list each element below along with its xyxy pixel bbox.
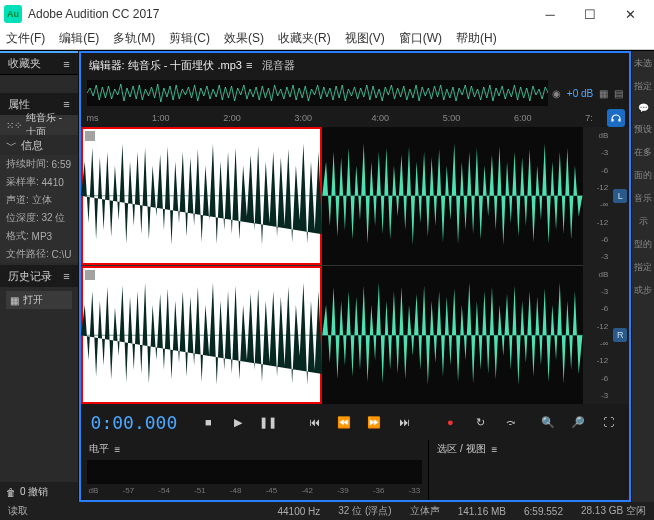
tick: 6:00: [514, 113, 532, 123]
tick: 7:: [585, 113, 593, 123]
overview-waveform[interactable]: [87, 80, 548, 106]
menu-view[interactable]: 视图(V): [345, 30, 385, 47]
menu-effects[interactable]: 效果(S): [224, 30, 264, 47]
zoom-full-button[interactable]: ⛶: [597, 412, 619, 432]
history-item-label: 打开: [23, 293, 43, 307]
editor-tab-label: 编辑器: 纯音乐 - 十面埋伏 .mp3: [89, 58, 242, 73]
level-meter[interactable]: [87, 460, 423, 484]
properties-label: 属性: [8, 97, 30, 112]
tick: 1:00: [152, 113, 170, 123]
undo-footer: 🗑 0 撤销: [0, 482, 78, 502]
right-item: 面的: [634, 169, 652, 182]
status-bar: 读取 44100 Hz 32 位 (浮点) 立体声 141.16 MB 6:59…: [0, 502, 654, 520]
right-item[interactable]: 指定: [634, 80, 652, 93]
status-disk: 28.13 GB 空闲: [581, 504, 646, 518]
history-label: 历史记录: [8, 269, 52, 284]
status-duration: 6:59.552: [524, 506, 563, 517]
info-bitdepth: 位深度: 32 位: [0, 209, 78, 227]
pitch-toggle-icon[interactable]: ▤: [614, 88, 623, 99]
menu-multitrack[interactable]: 多轨(M): [113, 30, 155, 47]
editor-tab[interactable]: 编辑器: 纯音乐 - 十面埋伏 .mp3 ≡: [89, 58, 253, 73]
menu-clip[interactable]: 剪辑(C): [169, 30, 210, 47]
history-item-open[interactable]: ▦ 打开: [6, 291, 72, 309]
waveform-left-channel[interactable]: [81, 127, 584, 266]
left-channel-button[interactable]: L: [613, 189, 627, 203]
mixer-tab[interactable]: 混音器: [262, 58, 295, 73]
play-button[interactable]: ▶: [227, 412, 249, 432]
minimize-button[interactable]: ─: [530, 0, 570, 28]
zoom-out-button[interactable]: 🔎: [567, 412, 589, 432]
waveform-icon: ⁙⁘: [6, 120, 22, 131]
gain-value[interactable]: +0 dB: [567, 88, 593, 99]
window-titlebar: Au Adobe Audition CC 2017 ─ ☐ ✕: [0, 0, 654, 28]
favorites-label: 收藏夹: [8, 56, 41, 71]
level-scale: dB-57-54-51-48-45-42-39-36-33: [81, 486, 429, 500]
close-button[interactable]: ✕: [610, 0, 650, 28]
left-sidebar: 收藏夹 ≡ 属性 ≡ ⁙⁘ 纯音乐 - 十面 ﹀ 信息 持续时间: 6:59 采…: [0, 51, 79, 502]
tick: 5:00: [443, 113, 461, 123]
favorites-panel-tab[interactable]: 收藏夹 ≡: [0, 51, 78, 75]
info-samplerate: 采样率: 4410: [0, 173, 78, 191]
goto-end-button[interactable]: ⏭: [393, 412, 415, 432]
mixer-tab-label: 混音器: [262, 58, 295, 73]
track-name-row: ⁙⁘ 纯音乐 - 十面: [0, 115, 78, 135]
tick: 3:00: [295, 113, 313, 123]
chevron-down-icon: ﹀: [6, 138, 17, 153]
headphone-icon[interactable]: [607, 109, 625, 127]
right-item[interactable]: 预设: [634, 123, 652, 136]
rewind-button[interactable]: ⏪: [333, 412, 355, 432]
spectral-toggle-icon[interactable]: ▦: [599, 88, 608, 99]
right-item: 音乐: [634, 192, 652, 205]
app-icon: Au: [4, 5, 22, 23]
info-duration: 持续时间: 6:59: [0, 155, 78, 173]
skip-selection-button[interactable]: ⤼: [499, 412, 521, 432]
db-scale: dB-3-6-12-∞-12-6-3 dB-3-6-12-∞-12-6-3: [583, 127, 611, 404]
right-item: 示: [639, 215, 648, 228]
undo-count-label: 0 撤销: [20, 485, 48, 499]
time-unit: ms: [87, 113, 99, 123]
status-bitdepth: 32 位 (浮点): [338, 504, 391, 518]
time-ruler[interactable]: ms 1:00 2:00 3:00 4:00 5:00 6:00 7:: [81, 109, 630, 127]
document-icon: ▦: [10, 295, 19, 306]
status-samplerate: 44100 Hz: [278, 506, 321, 517]
tick: 2:00: [223, 113, 241, 123]
menu-edit[interactable]: 编辑(E): [59, 30, 99, 47]
tab-menu-icon[interactable]: ≡: [246, 59, 252, 71]
menu-favorites[interactable]: 收藏夹(R): [278, 30, 331, 47]
maximize-button[interactable]: ☐: [570, 0, 610, 28]
history-panel-tab[interactable]: 历史记录 ≡: [0, 265, 78, 287]
window-title: Adobe Audition CC 2017: [28, 7, 530, 21]
trash-icon[interactable]: 🗑: [6, 487, 16, 498]
waveform-right-channel[interactable]: [81, 266, 584, 405]
right-item: 型的: [634, 238, 652, 251]
levels-label: 电平: [89, 442, 109, 456]
stop-button[interactable]: ■: [197, 412, 219, 432]
chat-icon[interactable]: 💬: [638, 103, 649, 113]
info-path: 文件路径: C:\U: [0, 245, 78, 263]
right-item[interactable]: 未选: [634, 57, 652, 70]
record-button[interactable]: ●: [439, 412, 461, 432]
tick: 4:00: [371, 113, 389, 123]
waveform-area[interactable]: dB-3-6-12-∞-12-6-3 dB-3-6-12-∞-12-6-3 L …: [81, 127, 630, 404]
menu-window[interactable]: 窗口(W): [399, 30, 442, 47]
zoom-in-button[interactable]: 🔍: [537, 412, 559, 432]
transport-bar: 0:00.000 ■ ▶ ❚❚ ⏮ ⏪ ⏩ ⏭ ● ↻ ⤼ 🔍 🔎 ⛶: [81, 404, 630, 440]
menu-help[interactable]: 帮助(H): [456, 30, 497, 47]
info-section-header[interactable]: ﹀ 信息: [0, 135, 78, 155]
right-channel-button[interactable]: R: [613, 328, 627, 342]
selection-view-label: 选区 / 视图: [437, 442, 485, 456]
info-channels: 声道: 立体: [0, 191, 78, 209]
right-item: 在多: [634, 146, 652, 159]
selection-view-panel: 选区 / 视图≡: [429, 440, 629, 500]
channel-badges: L R: [611, 127, 629, 404]
editor-panel: 编辑器: 纯音乐 - 十面埋伏 .mp3 ≡ 混音器 ◉ +0 dB: [79, 51, 632, 502]
goto-start-button[interactable]: ⏮: [303, 412, 325, 432]
loop-button[interactable]: ↻: [469, 412, 491, 432]
status-read: 读取: [8, 504, 28, 518]
fast-forward-button[interactable]: ⏩: [363, 412, 385, 432]
pause-button[interactable]: ❚❚: [257, 412, 279, 432]
timecode-display[interactable]: 0:00.000: [91, 412, 178, 433]
menu-file[interactable]: 文件(F): [6, 30, 45, 47]
gain-knob-icon[interactable]: ◉: [552, 88, 561, 99]
info-format: 格式: MP3: [0, 227, 78, 245]
